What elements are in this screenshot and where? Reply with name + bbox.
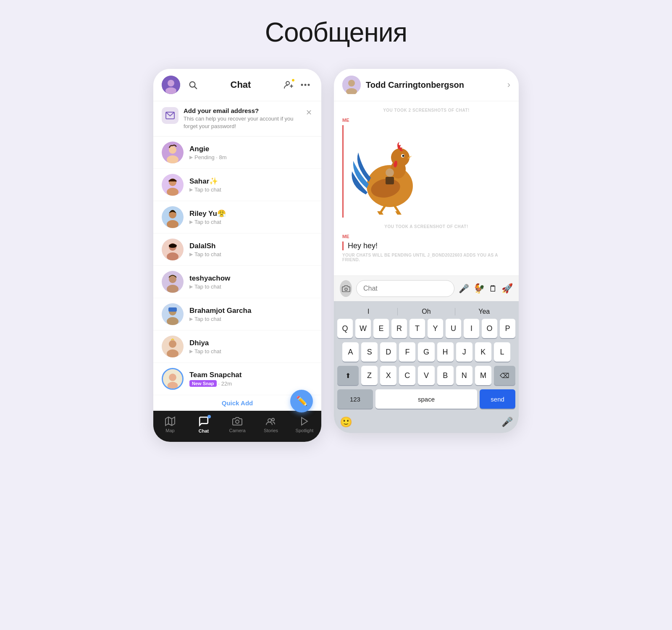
sender-label-1: ME	[342, 118, 510, 123]
add-friend-button[interactable]	[281, 77, 296, 92]
email-prompt-close[interactable]: ✕	[305, 107, 313, 118]
key-x[interactable]: X	[380, 366, 396, 385]
key-g[interactable]: G	[418, 342, 434, 362]
sticker-button[interactable]: 🗒	[489, 284, 497, 294]
key-d[interactable]: D	[380, 342, 396, 362]
key-l[interactable]: L	[494, 342, 510, 362]
key-s[interactable]: S	[361, 342, 378, 362]
left-phone: Chat	[153, 69, 321, 442]
key-h[interactable]: H	[437, 342, 454, 362]
search-button[interactable]	[185, 77, 200, 92]
contact-name: Todd Carringtonbergson	[366, 80, 502, 90]
nav-map[interactable]: Map	[153, 416, 187, 433]
chat-sub-dalalsh: ▶ Tap to chat	[189, 251, 313, 257]
chat-input-bar: 🎤 🐓 🗒 🚀	[334, 276, 519, 301]
svg-point-42	[272, 418, 274, 421]
key-space[interactable]: space	[375, 389, 477, 409]
key-k[interactable]: K	[475, 342, 491, 362]
bitmoji-button[interactable]: 🚀	[501, 283, 513, 294]
compose-button[interactable]: ✏️	[290, 390, 313, 412]
svg-point-5	[286, 81, 289, 85]
key-c[interactable]: C	[399, 366, 415, 385]
key-y[interactable]: Y	[428, 319, 443, 338]
nav-chat-label: Chat	[199, 428, 209, 433]
key-w[interactable]: W	[355, 319, 371, 338]
chat-name-dhiya: Dhiya	[189, 339, 313, 347]
avatar-brahamjot	[162, 303, 184, 325]
key-e[interactable]: E	[373, 319, 389, 338]
key-m[interactable]: M	[475, 366, 491, 385]
chat-name-riley: Riley Yu😤	[189, 209, 313, 218]
nav-camera[interactable]: Camera	[220, 416, 254, 433]
avatar-angie	[162, 142, 184, 163]
key-v[interactable]: V	[418, 366, 434, 385]
chat-sub-teshyachow: ▶ Tap to chat	[189, 284, 313, 290]
key-j[interactable]: J	[456, 342, 472, 362]
camera-button-chat[interactable]	[340, 280, 352, 297]
svg-point-41	[268, 419, 271, 422]
key-q[interactable]: Q	[337, 319, 353, 338]
autocomplete-oh[interactable]: Oh	[398, 308, 456, 315]
key-f[interactable]: F	[399, 342, 415, 362]
contact-detail-chevron[interactable]: ›	[507, 79, 510, 90]
nav-camera-label: Camera	[229, 428, 245, 433]
autocomplete-yea[interactable]: Yea	[455, 308, 513, 315]
keyboard-row-2: A S D F G H J K L	[336, 342, 517, 362]
email-prompt-text: Add your email address? This can help yo…	[184, 107, 300, 130]
key-n[interactable]: N	[456, 366, 472, 385]
key-send[interactable]: send	[480, 389, 515, 409]
key-b[interactable]: B	[437, 366, 454, 385]
key-shift[interactable]: ⬆	[337, 366, 359, 385]
chat-list: Angie ▶ Pending · 8m	[153, 136, 321, 411]
autocomplete-i[interactable]: I	[340, 308, 398, 315]
chat-item-dalalsh[interactable]: DalalSh ▶ Tap to chat	[153, 234, 321, 266]
bottom-navigation: Map Chat Camera	[153, 411, 321, 442]
chat-item-angie[interactable]: Angie ▶ Pending · 8m	[153, 136, 321, 169]
more-options-button[interactable]	[298, 77, 313, 92]
chat-input[interactable]	[356, 280, 454, 297]
emoji-key[interactable]: 🙂	[340, 416, 424, 428]
nav-map-label: Map	[165, 428, 174, 433]
svg-point-8	[301, 84, 303, 86]
user-avatar[interactable]	[162, 76, 180, 94]
keyboard-mic[interactable]: 🎤	[428, 417, 513, 428]
chat-item-brahamjot[interactable]: Brahamjot Garcha ▶ Tap to chat	[153, 298, 321, 331]
svg-line-4	[194, 87, 197, 89]
key-a[interactable]: A	[342, 342, 359, 362]
chat-header: Chat	[153, 69, 321, 101]
svg-point-52	[402, 155, 404, 157]
chat-info-teshyachow: teshyachow ▶ Tap to chat	[189, 274, 313, 290]
rooster-sticker-button[interactable]: 🐓	[473, 283, 485, 294]
nav-stories[interactable]: Stories	[254, 416, 288, 433]
key-t[interactable]: T	[410, 319, 425, 338]
key-delete[interactable]: ⌫	[494, 366, 515, 385]
key-u[interactable]: U	[446, 319, 461, 338]
key-o[interactable]: O	[482, 319, 497, 338]
chat-item-dhiya[interactable]: Dhiya ▶ Tap to chat	[153, 331, 321, 363]
key-123[interactable]: 123	[337, 389, 373, 409]
key-r[interactable]: R	[391, 319, 407, 338]
chat-item-team-snapchat[interactable]: Team Snapchat New Snap · 22m	[153, 363, 321, 395]
chat-sub-dhiya: ▶ Tap to chat	[189, 348, 313, 354]
email-prompt-subtitle: This can help you recover your account i…	[184, 115, 300, 130]
chat-screen-title: Chat	[200, 79, 281, 90]
chat-info-angie: Angie ▶ Pending · 8m	[189, 145, 313, 160]
header-actions	[281, 77, 313, 92]
chat-item-sahar[interactable]: Sahar✨ ▶ Tap to chat	[153, 169, 321, 201]
nav-chat[interactable]: Chat	[187, 416, 220, 433]
key-i[interactable]: I	[464, 319, 479, 338]
hey-message: Hey hey!	[342, 242, 510, 250]
mic-button[interactable]: 🎤	[459, 284, 469, 294]
key-p[interactable]: P	[500, 319, 515, 338]
avatar-riley	[162, 206, 184, 228]
avatar-dhiya	[162, 336, 184, 357]
keyboard-row-1: Q W E R T Y U I O P	[336, 319, 517, 338]
nav-spotlight[interactable]: Spotlight	[288, 416, 321, 433]
rooster-message	[342, 125, 510, 218]
chat-info-dhiya: Dhiya ▶ Tap to chat	[189, 339, 313, 354]
chat-item-riley[interactable]: Riley Yu😤 ▶ Tap to chat	[153, 201, 321, 234]
key-z[interactable]: Z	[361, 366, 378, 385]
rooster-image	[350, 127, 430, 215]
chat-item-teshyachow[interactable]: teshyachow ▶ Tap to chat	[153, 266, 321, 298]
svg-point-2	[165, 87, 176, 94]
